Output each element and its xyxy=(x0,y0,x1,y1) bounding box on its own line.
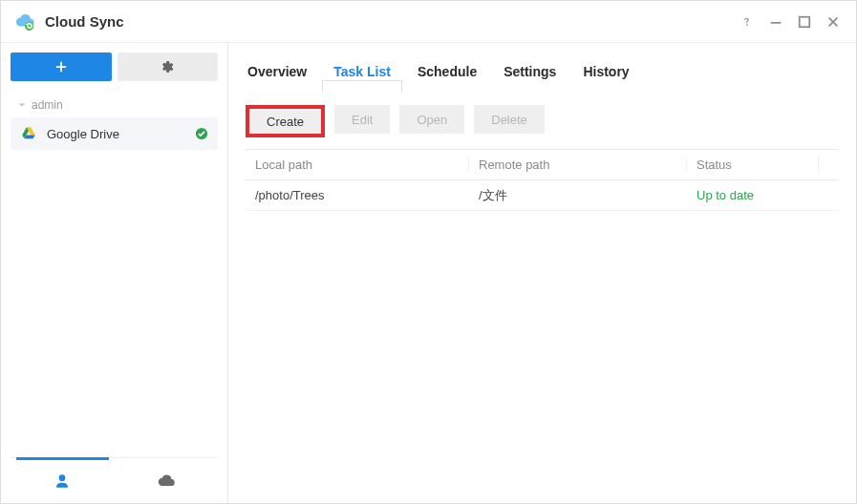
tab-schedule[interactable]: Schedule xyxy=(416,58,479,93)
tab-overview[interactable]: Overview xyxy=(246,58,309,93)
tab-task-list[interactable]: Task List xyxy=(332,58,393,93)
svg-point-1 xyxy=(746,24,748,26)
col-header-status[interactable]: Status xyxy=(687,158,819,172)
create-button-highlight: Create xyxy=(246,105,325,137)
edit-button[interactable]: Edit xyxy=(334,105,390,134)
footer-tab-user[interactable] xyxy=(11,458,115,503)
status-ok-icon xyxy=(195,127,208,140)
app-window: Cloud Sync xyxy=(0,0,857,504)
main-tabs: Overview Task List Schedule Settings His… xyxy=(228,43,856,93)
main-panel: Overview Task List Schedule Settings His… xyxy=(228,43,856,503)
add-connection-button[interactable] xyxy=(11,52,112,81)
table-row[interactable]: /photo/Trees /文件 Up to date xyxy=(246,180,839,211)
chevron-down-icon xyxy=(16,98,26,112)
sidebar: admin Google Drive xyxy=(1,43,228,503)
connection-item-label: Google Drive xyxy=(47,127,195,141)
app-title: Cloud Sync xyxy=(45,13,124,30)
cell-local: /photo/Trees xyxy=(246,188,469,202)
google-drive-icon xyxy=(20,125,37,142)
footer-tab-cloud[interactable] xyxy=(115,458,219,503)
tab-history[interactable]: History xyxy=(581,58,631,93)
delete-button[interactable]: Delete xyxy=(474,105,545,134)
settings-button[interactable] xyxy=(118,52,219,81)
tab-settings[interactable]: Settings xyxy=(502,58,558,93)
sidebar-footer-tabs xyxy=(11,457,218,503)
task-toolbar: Create Edit Open Delete xyxy=(228,94,856,149)
open-button[interactable]: Open xyxy=(399,105,464,134)
cell-remote: /文件 xyxy=(469,187,687,204)
titlebar: Cloud Sync xyxy=(1,1,856,43)
cell-status: Up to date xyxy=(687,188,819,202)
maximize-icon[interactable] xyxy=(795,12,814,32)
col-header-local[interactable]: Local path xyxy=(246,158,469,172)
svg-rect-2 xyxy=(771,22,782,24)
table-header: Local path Remote path Status xyxy=(246,150,839,180)
col-header-remote[interactable]: Remote path xyxy=(469,158,687,172)
sidebar-group-header[interactable]: admin xyxy=(16,98,212,112)
help-icon[interactable] xyxy=(738,12,757,32)
sidebar-group-label: admin xyxy=(32,98,63,112)
connection-item-google-drive[interactable]: Google Drive xyxy=(11,117,218,150)
minimize-icon[interactable] xyxy=(766,12,785,32)
task-table: Local path Remote path Status /photo/Tre… xyxy=(246,149,839,211)
cloud-sync-app-icon xyxy=(14,11,35,32)
svg-rect-3 xyxy=(800,16,810,27)
close-icon[interactable] xyxy=(824,12,843,32)
create-button[interactable]: Create xyxy=(249,109,321,134)
sidebar-top-buttons xyxy=(11,52,218,81)
